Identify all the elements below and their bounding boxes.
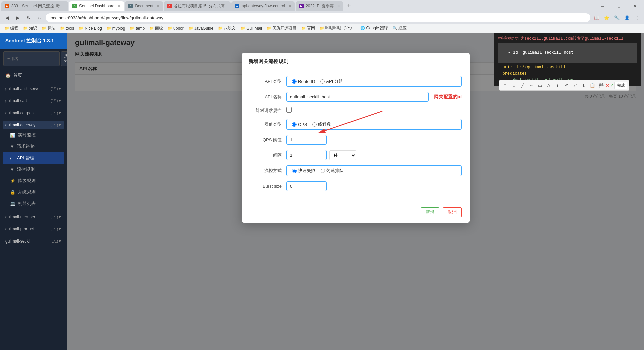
sidebar-service-product-toggle[interactable]: gulimall-product (1/1)▼ [3, 225, 64, 233]
api-name-input[interactable] [286, 92, 429, 102]
sidebar-item-system[interactable]: 🔒 系统规则 [3, 186, 64, 198]
minimize-button[interactable]: ─ [595, 1, 610, 11]
tab-2[interactable]: S Sentinel Dashboard ✕ [69, 1, 124, 11]
ann-done-button[interactable]: 完成 [614, 82, 627, 89]
interval-input[interactable] [286, 150, 327, 160]
qps-input[interactable] [286, 135, 327, 145]
bookmark-tools[interactable]: 📁tools [58, 25, 76, 31]
tab-4[interactable]: C 谷粒商城项目篇15_分布式高... ✕ [164, 1, 231, 11]
close-button[interactable]: ✕ [627, 1, 643, 11]
refresh-button[interactable]: ↻ [24, 13, 33, 22]
ann-line-tool[interactable]: ╱ [519, 81, 527, 89]
bookmark-javaguide[interactable]: 📁JavaGuide [186, 25, 215, 31]
home-button[interactable]: ⌂ [35, 13, 44, 22]
sidebar-service-seckill-toggle[interactable]: gulimall-seckill (1/1)▼ [3, 237, 64, 246]
app-search-input[interactable] [3, 51, 60, 66]
bookmark-bing[interactable]: 🔍必应 [391, 25, 409, 32]
sidebar-service-coupon-toggle[interactable]: gulimall-coupon (1/1)▼ [3, 108, 64, 117]
profile-button[interactable]: 👤 [623, 13, 631, 22]
app-search-button[interactable]: 搜索 [61, 51, 67, 66]
extensions-button[interactable]: 🔧 [612, 13, 621, 22]
bookmark-biancheng[interactable]: 📁编程 [3, 25, 20, 32]
sidebar-service-member-toggle[interactable]: gulimall-member (1/1)▼ [3, 213, 64, 221]
api-icon: 🏷 [10, 156, 14, 161]
reader-mode-button[interactable]: 📖 [592, 13, 601, 22]
api-type-group-radio[interactable] [320, 79, 325, 84]
ann-circle-tool[interactable]: ○ [510, 81, 518, 89]
control-fast-fail-radio[interactable] [292, 169, 297, 173]
control-mode-radio-group: 快速失败 匀速排队 [286, 165, 462, 176]
api-type-field: Route ID API 分组 [286, 76, 462, 87]
control-queue-option[interactable]: 匀速排队 [321, 168, 344, 174]
tab-5[interactable]: A api-gateway-flow-control ✕ [231, 1, 295, 11]
ann-swap-tool[interactable]: ⇄ [571, 81, 579, 89]
api-type-label: API 类型 [250, 78, 286, 84]
bookmark-temp[interactable]: 📁temp [128, 25, 147, 31]
sidebar-service-auth-toggle[interactable]: gulimall-auth-server (1/1)▼ [3, 84, 64, 93]
threshold-qps-radio[interactable] [292, 122, 297, 127]
request-attr-checkbox[interactable] [286, 107, 292, 113]
sidebar-item-api[interactable]: 🏷 API 管理 [3, 152, 64, 164]
threshold-qps-option[interactable]: QPS [292, 122, 307, 127]
ann-download-tool[interactable]: ⬇ [580, 81, 588, 89]
bookmark-myblog[interactable]: 📁myblog [105, 25, 127, 31]
modal-cancel-button[interactable]: 取消 [443, 207, 462, 217]
threshold-threads-option[interactable]: 线程数 [312, 121, 331, 127]
tab-2-close[interactable]: ✕ [118, 4, 121, 8]
bookmark-zhishi[interactable]: 📁知识 [21, 25, 39, 32]
sidebar-home-item[interactable]: 🏠 首页 [0, 69, 67, 82]
control-queue-radio[interactable] [321, 169, 325, 173]
modal-confirm-button[interactable]: 新增 [421, 207, 439, 217]
control-fast-fail-option[interactable]: 快速失败 [292, 168, 315, 174]
bookmark-baguwhen[interactable]: 📁八股文 [216, 25, 238, 32]
bookmark-suanfa[interactable]: 📁算法 [40, 25, 57, 32]
sidebar-service-gateway-toggle[interactable]: gulimall-gateway (1/1)▼ [3, 121, 64, 129]
ann-flag-tool[interactable]: 🏁 [597, 81, 605, 89]
ann-info-tool[interactable]: ℹ [553, 81, 561, 89]
tab-3-close[interactable]: ✕ [157, 4, 160, 8]
api-type-route-radio[interactable] [292, 79, 297, 84]
api-type-route-id[interactable]: Route ID [292, 79, 315, 84]
address-input[interactable] [46, 13, 590, 22]
sidebar-item-realtime[interactable]: 📊 实时监控 [3, 129, 64, 141]
tab-1[interactable]: ▶ 333、Sentinel-网关流控_呼... ✕ [1, 1, 68, 11]
bookmark-opensource[interactable]: 📁优质开源项目 [265, 25, 299, 32]
sidebar-service-member: gulimall-member (1/1)▼ [0, 210, 67, 222]
bookmark-googletranslate[interactable]: 🌐Google 翻译 [358, 25, 390, 32]
interval-unit-select[interactable]: 秒 分 时 [329, 150, 356, 160]
ann-cancel-button[interactable]: ✕ [606, 83, 609, 88]
tab-5-close[interactable]: ✕ [288, 4, 291, 8]
tab-1-close[interactable]: ✕ [67, 4, 68, 8]
burst-input[interactable] [286, 181, 327, 191]
tab-3[interactable]: D Document ✕ [125, 1, 163, 11]
forward-button[interactable]: ▶ [13, 13, 22, 22]
ann-clipboard-tool[interactable]: 📋 [588, 81, 596, 89]
bookmark-gulimall[interactable]: 📁Guli Mall [238, 25, 264, 31]
sidebar-item-flowrule[interactable]: ▼ 流控规则 [3, 164, 64, 175]
bookmark-bilibili[interactable]: 📁哔哩哔哩（'-'つ... [318, 25, 358, 32]
ann-rect-tool[interactable]: □ [501, 81, 509, 89]
api-type-api-group[interactable]: API 分组 [320, 78, 343, 84]
menu-button[interactable]: ⋮ [633, 13, 641, 22]
sidebar-item-chains[interactable]: ▼ 请求链路 [3, 141, 64, 152]
ann-confirm-button[interactable]: ✓ [610, 83, 614, 88]
bookmark-upbor[interactable]: 📁upbor [166, 25, 186, 31]
maximize-button[interactable]: □ [611, 1, 627, 11]
bookmark-guanwang[interactable]: 📁官网 [299, 25, 317, 32]
sidebar-service-cart-toggle[interactable]: gulimall-cart (1/1)▼ [3, 96, 64, 105]
sidebar-item-machines[interactable]: 💻 机器列表 [3, 198, 64, 209]
bookmark-button[interactable]: ⭐ [602, 13, 611, 22]
back-button[interactable]: ◀ [3, 13, 11, 22]
new-tab-button[interactable]: + [344, 1, 354, 11]
ann-text-tool[interactable]: A [545, 81, 553, 89]
ann-undo-tool[interactable]: ↶ [562, 81, 570, 89]
browser-chrome: ▶ 333、Sentinel-网关流控_呼... ✕ S Sentinel Da… [0, 0, 644, 33]
threshold-threads-radio[interactable] [312, 122, 317, 127]
sidebar-item-degrade[interactable]: ⚡ 降级规则 [3, 175, 64, 186]
tab-6[interactable]: ▶ 2022LPL夏季赛 ✕ [296, 1, 343, 11]
bookmark-niceblog[interactable]: 📁Nice Blog [77, 25, 104, 31]
bookmark-mianjing[interactable]: 📁面经 [147, 25, 165, 32]
ann-pen-tool[interactable]: ✏ [527, 81, 535, 89]
tab-6-close[interactable]: ✕ [337, 4, 340, 8]
ann-shape-tool[interactable]: ▭ [536, 81, 544, 89]
